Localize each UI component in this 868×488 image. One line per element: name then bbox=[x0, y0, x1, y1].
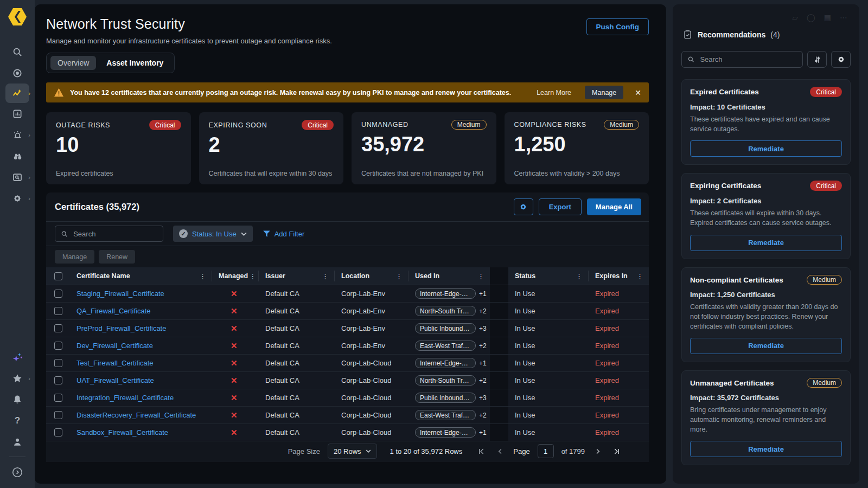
column-menu-icon[interactable]: ⋮ bbox=[476, 272, 486, 280]
learn-more-link[interactable]: Learn More bbox=[537, 89, 571, 97]
sidebar-item-settings[interactable]: › bbox=[5, 188, 29, 209]
recommendation-card: Expired Certificates Critical Impact: 10… bbox=[681, 79, 851, 165]
certificate-name-link[interactable]: Staging_Firewall_Certificate bbox=[76, 290, 164, 298]
push-config-button[interactable]: Push Config bbox=[586, 18, 649, 35]
sparkles-icon bbox=[11, 351, 23, 363]
stat-card-value: 2 bbox=[209, 133, 334, 157]
tab-overview[interactable]: Overview bbox=[50, 56, 96, 70]
first-page-button[interactable] bbox=[475, 448, 487, 455]
certificate-name-link[interactable]: Sandbox_Firewall_Certificate bbox=[76, 428, 168, 436]
recommendation-impact: Impact: 10 Certificates bbox=[690, 103, 842, 111]
bulk-manage-button[interactable]: Manage bbox=[55, 250, 94, 264]
banner-manage-button[interactable]: Manage bbox=[585, 86, 623, 99]
row-checkbox[interactable] bbox=[54, 324, 62, 332]
row-checkbox[interactable] bbox=[54, 411, 62, 419]
table-search-input[interactable] bbox=[55, 226, 163, 242]
pinned-column-divider bbox=[490, 337, 508, 354]
sidebar-item-certificates-active[interactable]: › bbox=[5, 84, 29, 103]
manage-all-button[interactable]: Manage All bbox=[587, 198, 641, 215]
recommendation-card: Expiring Certificates Critical Impact: 2… bbox=[681, 173, 851, 259]
recommendation-cards-list: Expired Certificates Critical Impact: 10… bbox=[681, 79, 851, 473]
stat-card: COMPLIANCE RISKS Medium 1,250 Certificat… bbox=[505, 112, 649, 184]
recommendations-settings-button[interactable] bbox=[831, 51, 851, 68]
table-settings-button[interactable] bbox=[514, 198, 533, 215]
remediate-button[interactable]: Remediate bbox=[690, 441, 842, 457]
certificate-name-link[interactable]: Test_Firewall_Certificate bbox=[76, 359, 154, 367]
column-menu-icon[interactable]: ⋮ bbox=[575, 272, 584, 280]
tab-asset-inventory[interactable]: Asset Inventory bbox=[99, 56, 170, 70]
add-filter-button[interactable]: Add Filter bbox=[263, 230, 305, 238]
certificate-name-link[interactable]: UAT_Firewall_Certificate bbox=[76, 376, 154, 384]
column-menu-icon[interactable]: ⋮ bbox=[321, 272, 330, 280]
column-menu-icon[interactable]: ⋮ bbox=[394, 272, 404, 280]
column-menu-icon[interactable]: ⋮ bbox=[198, 272, 207, 280]
issuer-cell: Default CA bbox=[259, 424, 335, 441]
certificate-name-link[interactable]: PreProd_Firewall_Certificate bbox=[76, 324, 166, 332]
stat-card: UNMANAGED Medium 35,972 Certificates tha… bbox=[352, 112, 496, 184]
row-checkbox[interactable] bbox=[54, 394, 62, 402]
remediate-button[interactable]: Remediate bbox=[690, 338, 842, 354]
location-cell: Corp-Lab-Cloud bbox=[335, 372, 409, 389]
certificate-name-link[interactable]: DisasterRecovery_Firewall_Certificate bbox=[76, 411, 196, 419]
certificate-name-link[interactable]: QA_Firewall_Certificate bbox=[76, 307, 151, 315]
brand-logo-icon[interactable] bbox=[8, 8, 27, 26]
sidebar-expand-button[interactable] bbox=[5, 461, 29, 483]
help-icon: ? bbox=[15, 415, 20, 426]
sidebar-item-profile[interactable] bbox=[5, 431, 29, 452]
stat-card-label: UNMANAGED bbox=[361, 121, 409, 129]
row-checkbox[interactable] bbox=[54, 376, 62, 384]
previous-page-button[interactable] bbox=[495, 448, 506, 455]
status-filter-chip[interactable]: ✓ Status: In Use bbox=[173, 226, 253, 242]
sidebar-item-tools[interactable]: › bbox=[5, 166, 29, 188]
severity-badge: Critical bbox=[302, 120, 334, 130]
recommendation-card: Non-compliant Certificates Medium Impact… bbox=[681, 267, 851, 362]
expires-in-cell: Expired bbox=[589, 389, 649, 406]
page-size-dropdown[interactable]: 20 Rows bbox=[328, 444, 377, 459]
stat-card-label: EXPIRING SOON bbox=[209, 121, 267, 129]
recommendations-filter-button[interactable] bbox=[807, 51, 827, 68]
export-button[interactable]: Export bbox=[539, 198, 582, 215]
certificate-name-link[interactable]: Dev_Firewall_Certificate bbox=[76, 342, 153, 350]
row-checkbox[interactable] bbox=[54, 290, 62, 298]
add-filter-label: Add Filter bbox=[275, 230, 305, 238]
status-cell: In Use bbox=[508, 407, 589, 423]
row-checkbox[interactable] bbox=[54, 428, 62, 436]
sidebar-item-alerts[interactable]: › bbox=[5, 124, 29, 145]
next-page-button[interactable] bbox=[592, 448, 603, 455]
select-all-checkbox[interactable] bbox=[54, 272, 62, 280]
stat-card-description: Certificates that are not managed by PKI bbox=[361, 170, 489, 177]
sidebar-item-search[interactable] bbox=[5, 41, 29, 62]
sidebar-item-help[interactable]: ? bbox=[5, 410, 29, 431]
sidebar-item-favorites[interactable]: › bbox=[5, 368, 29, 389]
issuer-cell: Default CA bbox=[259, 407, 335, 423]
recommendations-search-field[interactable] bbox=[699, 55, 797, 64]
search-field[interactable] bbox=[72, 229, 157, 239]
sidebar-item-ai-copilot[interactable] bbox=[5, 346, 29, 368]
row-checkbox[interactable] bbox=[54, 342, 62, 350]
sidebar-item-discover[interactable] bbox=[5, 145, 29, 166]
severity-badge: Critical bbox=[810, 181, 842, 191]
table-row: Sandbox_Firewall_Certificate ✕ Default C… bbox=[46, 424, 649, 441]
sidebar-item-reports[interactable] bbox=[5, 103, 29, 124]
pinned-column-divider bbox=[490, 424, 508, 441]
certificate-name-link[interactable]: Integration_Firewall_Certificate bbox=[76, 394, 174, 402]
recommendations-title: Recommendations bbox=[698, 30, 765, 39]
column-menu-icon[interactable]: ⋮ bbox=[635, 272, 644, 280]
location-cell: Corp-Lab-Env bbox=[335, 337, 409, 354]
expires-in-cell: Expired bbox=[589, 337, 649, 354]
severity-badge: Medium bbox=[451, 120, 487, 130]
column-menu-icon[interactable]: ⋮ bbox=[248, 272, 257, 280]
status-cell: In Use bbox=[508, 424, 589, 441]
sidebar-item-notifications[interactable] bbox=[5, 389, 29, 410]
banner-close-icon[interactable]: ✕ bbox=[635, 88, 641, 97]
bulk-renew-button[interactable]: Renew bbox=[99, 250, 135, 264]
sidebar-item-target[interactable] bbox=[5, 62, 29, 84]
page-number-input[interactable] bbox=[538, 444, 554, 458]
row-checkbox[interactable] bbox=[54, 307, 62, 315]
severity-badge: Medium bbox=[604, 120, 639, 130]
remediate-button[interactable]: Remediate bbox=[690, 235, 842, 251]
remediate-button[interactable]: Remediate bbox=[690, 140, 842, 157]
row-checkbox[interactable] bbox=[54, 359, 62, 367]
last-page-button[interactable] bbox=[611, 448, 623, 455]
recommendations-search-input[interactable] bbox=[681, 51, 803, 68]
